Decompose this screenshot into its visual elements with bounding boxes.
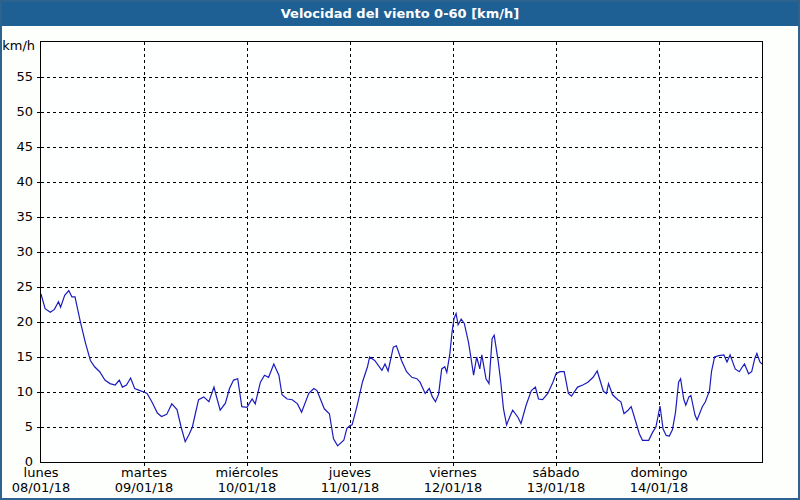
- day-date: 10/01/18: [196, 480, 298, 495]
- day-name: domingo: [608, 465, 710, 480]
- y-axis-label: 30: [2, 244, 33, 260]
- y-axis-label: 50: [2, 104, 33, 120]
- y-axis-label: 15: [2, 349, 33, 365]
- day-date: 12/01/18: [402, 480, 504, 495]
- day-date: 09/01/18: [93, 480, 195, 495]
- y-axis-label: 55: [2, 69, 33, 85]
- day-name: sábado: [505, 465, 607, 480]
- y-axis-label: 20: [2, 314, 33, 330]
- day-date: 14/01/18: [608, 480, 710, 495]
- chart-title: Velocidad del viento 0-60 [km/h]: [281, 6, 520, 21]
- chart-title-bar: Velocidad del viento 0-60 [km/h]: [2, 2, 798, 26]
- y-axis-label: 10: [2, 384, 33, 400]
- x-axis-day-label: viernes12/01/18: [402, 465, 504, 495]
- y-axis-label: 45: [2, 139, 33, 155]
- y-axis-label: 40: [2, 174, 33, 190]
- y-axis-label: 25: [2, 279, 33, 295]
- day-name: martes: [93, 465, 195, 480]
- y-axis-label: 35: [2, 209, 33, 225]
- day-name: jueves: [299, 465, 401, 480]
- wind-speed-chart: [41, 42, 762, 462]
- plot-area: [40, 41, 763, 463]
- app-window: Velocidad del viento 0-60 [km/h] km/h 05…: [0, 0, 800, 500]
- x-axis-day-label: lunes08/01/18: [0, 465, 92, 495]
- y-axis-label: 5: [2, 419, 33, 435]
- x-axis-day-label: martes09/01/18: [93, 465, 195, 495]
- x-axis-day-label: domingo14/01/18: [608, 465, 710, 495]
- day-name: lunes: [0, 465, 92, 480]
- wind-speed-line: [41, 291, 762, 446]
- x-axis-day-label: jueves11/01/18: [299, 465, 401, 495]
- x-axis-day-label: miércoles10/01/18: [196, 465, 298, 495]
- x-axis-day-label: sábado13/01/18: [505, 465, 607, 495]
- y-axis-unit-label: km/h: [2, 38, 35, 53]
- day-date: 08/01/18: [0, 480, 92, 495]
- day-name: miércoles: [196, 465, 298, 480]
- day-date: 11/01/18: [299, 480, 401, 495]
- day-date: 13/01/18: [505, 480, 607, 495]
- day-name: viernes: [402, 465, 504, 480]
